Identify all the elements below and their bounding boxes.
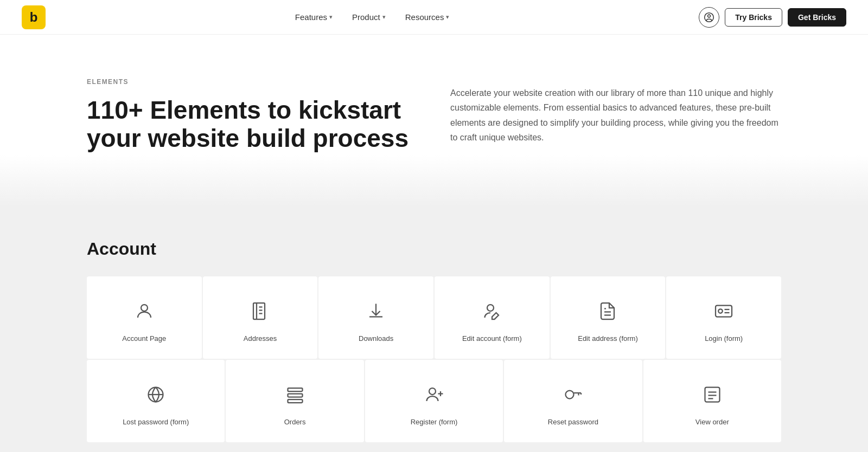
- card-login-form-label: Login (form): [705, 334, 743, 344]
- account-section: Account Account Page Addresses Downloads: [0, 206, 868, 452]
- nav-actions: Try Bricks Get Bricks: [699, 7, 846, 28]
- svg-rect-18: [288, 388, 302, 391]
- hero-right: Accelerate your website creation with ou…: [450, 86, 781, 145]
- download-icon: [363, 298, 389, 324]
- list-icon: [282, 382, 308, 408]
- add-user-icon: [421, 382, 447, 408]
- key-icon: [560, 382, 586, 408]
- hero-section: ELEMENTS 110+ Elements to kickstart your…: [0, 35, 868, 206]
- resources-chevron-icon: ▾: [446, 14, 449, 21]
- nav-features[interactable]: Features ▾: [288, 8, 340, 26]
- card-edit-account-label: Edit account (form): [462, 334, 522, 344]
- card-register-form-label: Register (form): [411, 417, 458, 427]
- card-orders[interactable]: Orders: [226, 360, 363, 442]
- card-lost-password[interactable]: Lost password (form): [87, 360, 225, 442]
- card-register-form[interactable]: Register (form): [365, 360, 503, 442]
- nav-links: Features ▾ Product ▾ Resources ▾: [288, 8, 457, 26]
- hero-description: Accelerate your website creation with ou…: [450, 86, 781, 145]
- logo[interactable]: b: [22, 5, 46, 29]
- edit-user-icon: [479, 298, 505, 324]
- svg-point-22: [429, 388, 436, 395]
- card-view-order-label: View order: [695, 417, 729, 427]
- card-edit-account[interactable]: Edit account (form): [435, 276, 550, 359]
- card-view-order[interactable]: View order: [643, 360, 781, 442]
- card-account-page-label: Account Page: [122, 334, 166, 344]
- edit-doc-icon: [595, 298, 621, 324]
- svg-point-8: [487, 305, 494, 311]
- card-orders-label: Orders: [284, 417, 306, 427]
- features-chevron-icon: ▾: [329, 14, 333, 21]
- svg-point-13: [718, 309, 723, 313]
- user-circle-icon: [704, 12, 714, 23]
- card-downloads-label: Downloads: [359, 334, 393, 344]
- card-reset-password-label: Reset password: [548, 417, 598, 427]
- card-addresses[interactable]: Addresses: [203, 276, 318, 359]
- hero-left: ELEMENTS 110+ Elements to kickstart your…: [87, 78, 418, 152]
- account-cards-row1: Account Page Addresses Downloads Edit ac…: [87, 276, 781, 359]
- doc-list-icon: [699, 382, 725, 408]
- svg-point-25: [566, 391, 574, 399]
- card-reset-password[interactable]: Reset password: [504, 360, 642, 442]
- navbar: b Features ▾ Product ▾ Resources ▾ Try B…: [0, 0, 868, 35]
- product-chevron-icon: ▾: [382, 14, 386, 21]
- account-cards-row2: Lost password (form) Orders Register (fo…: [87, 360, 781, 442]
- address-book-icon: [247, 298, 273, 324]
- svg-rect-29: [705, 388, 719, 402]
- try-bricks-button[interactable]: Try Bricks: [725, 8, 782, 27]
- card-edit-address[interactable]: Edit address (form): [551, 276, 666, 359]
- account-section-title: Account: [87, 239, 781, 259]
- nav-resources[interactable]: Resources ▾: [398, 8, 457, 26]
- card-downloads[interactable]: Downloads: [318, 276, 433, 359]
- card-account-page[interactable]: Account Page: [87, 276, 202, 359]
- card-lost-password-label: Lost password (form): [123, 417, 189, 427]
- svg-point-1: [708, 15, 711, 17]
- user-icon: [131, 298, 157, 324]
- globe-icon: [143, 382, 169, 408]
- get-bricks-button[interactable]: Get Bricks: [788, 8, 846, 27]
- hero-title: 110+ Elements to kickstart your website …: [87, 96, 418, 152]
- nav-product[interactable]: Product ▾: [344, 8, 393, 26]
- id-card-icon: [711, 298, 737, 324]
- account-icon-button[interactable]: [699, 7, 719, 28]
- svg-point-2: [141, 305, 148, 311]
- svg-rect-20: [288, 399, 302, 403]
- card-login-form[interactable]: Login (form): [666, 276, 781, 359]
- card-addresses-label: Addresses: [244, 334, 277, 344]
- svg-rect-3: [253, 303, 265, 319]
- card-edit-address-label: Edit address (form): [578, 334, 638, 344]
- hero-eyebrow: ELEMENTS: [87, 78, 418, 86]
- svg-rect-19: [288, 394, 302, 397]
